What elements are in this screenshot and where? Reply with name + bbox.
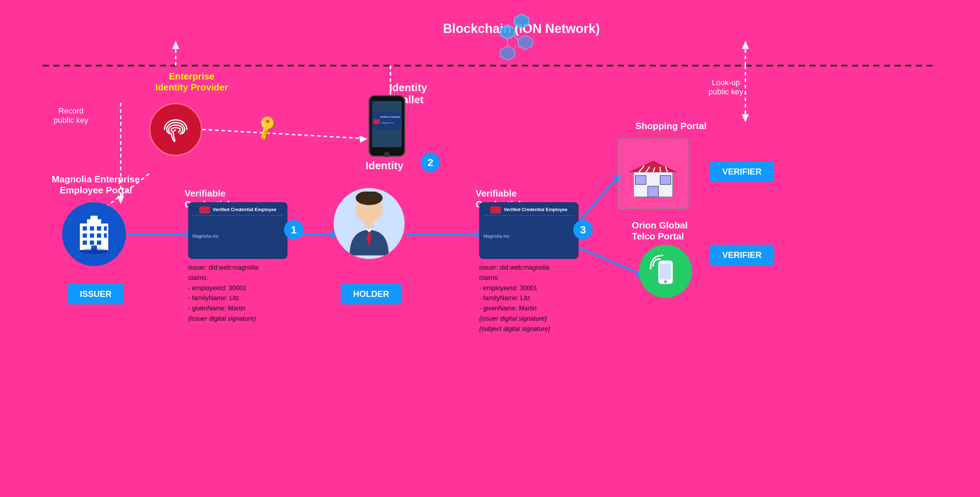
- person-icon: [342, 192, 396, 256]
- verifier-button-bottom[interactable]: VERIFIER: [710, 245, 774, 265]
- svg-rect-35: [97, 226, 101, 230]
- vc-logo-right: [490, 206, 501, 214]
- phone-signal-icon: [648, 254, 683, 289]
- svg-marker-27: [518, 35, 532, 50]
- vc-givenname-left: - givenName: Martin: [188, 303, 258, 314]
- shopping-portal-box: [617, 138, 689, 209]
- svg-rect-43: [97, 241, 101, 245]
- svg-rect-36: [104, 226, 107, 230]
- magnolia-label: Magnolia Enterprise Employee Portal: [50, 174, 142, 196]
- svg-rect-39: [97, 233, 101, 238]
- identity-label: Identity: [366, 160, 404, 172]
- vc-employeeid-right: - employeeId: 30001: [479, 283, 550, 294]
- diagram-container: Blockchain (ION Network) Record publi: [0, 0, 980, 497]
- vc-card-right-header: Verified Credential Employee: [484, 206, 574, 216]
- vc-details-right: issuer: did:web:magnolia claims: - emplo…: [479, 262, 550, 334]
- svg-rect-46: [91, 216, 98, 220]
- badge-2: 2: [421, 152, 440, 172]
- issuer-button[interactable]: ISSUER: [67, 284, 124, 304]
- svg-rect-45: [87, 219, 101, 224]
- vc-employeeid-left: - employeeId: 30001: [188, 283, 258, 294]
- shopping-portal-label: Shopping Portal: [635, 121, 707, 132]
- svg-rect-70: [660, 264, 671, 279]
- blockchain-icon: [479, 7, 536, 65]
- svg-rect-37: [83, 233, 87, 238]
- svg-rect-34: [90, 226, 94, 230]
- svg-marker-6: [742, 41, 749, 49]
- vc-signature-left: {issuer digital signature}: [188, 314, 258, 324]
- svg-text:Magnolia Inc: Magnolia Inc: [382, 122, 394, 124]
- svg-rect-40: [104, 233, 107, 238]
- orion-label: Orion Global Telco Portal: [632, 220, 710, 242]
- svg-line-23: [580, 248, 639, 273]
- svg-rect-68: [660, 176, 671, 184]
- badge-1: 1: [284, 220, 304, 240]
- svg-rect-41: [83, 241, 87, 245]
- fingerprint-icon: [160, 114, 192, 145]
- enterprise-idp-label: Enterprise Identity Provider: [153, 71, 231, 93]
- svg-point-71: [664, 280, 667, 283]
- svg-text:Verified Credential: Verified Credential: [380, 116, 400, 118]
- lookup-public-key-label: Look-up public key: [699, 78, 752, 97]
- vc-issuer-sig-right: {issuer digital signature}: [479, 314, 550, 324]
- svg-rect-42: [90, 241, 94, 245]
- svg-marker-28: [501, 46, 515, 60]
- holder-circle: [334, 188, 405, 259]
- vc-card-right: Verified Credential Employee Magnolia In…: [479, 202, 579, 259]
- magnolia-circle: [62, 202, 126, 266]
- record-public-key-label: Record public key: [46, 106, 96, 125]
- vc-card-left: Verified Credential Employee Magnolia In…: [188, 202, 288, 259]
- vc-issuer-right: issuer: did:web:magnolia: [479, 262, 550, 273]
- svg-rect-67: [635, 176, 646, 184]
- vc-familyname-right: - familyName: Litz: [479, 293, 550, 303]
- svg-line-30: [515, 35, 518, 41]
- holder-button[interactable]: HOLDER: [341, 284, 401, 304]
- svg-rect-57: [365, 221, 374, 228]
- vc-card-right-issuer: Magnolia Inc: [484, 233, 574, 239]
- badge-3: 3: [573, 220, 593, 240]
- svg-marker-8: [742, 114, 749, 122]
- store-icon: [627, 147, 680, 200]
- enterprise-idp-circle: [149, 103, 202, 156]
- svg-rect-33: [83, 226, 87, 230]
- vc-card-left-header: Verified Credential Employee: [192, 206, 283, 216]
- vc-givenname-right: - givenName: Martin: [479, 303, 550, 314]
- vc-logo-left: [199, 206, 210, 214]
- svg-marker-10: [117, 196, 124, 204]
- svg-point-47: [80, 248, 108, 254]
- vc-card-left-issuer: Magnolia Inc: [192, 233, 283, 239]
- orion-circle: [639, 245, 692, 298]
- svg-marker-2: [172, 41, 179, 49]
- svg-rect-66: [648, 186, 659, 197]
- svg-point-54: [384, 151, 390, 157]
- verifier-button-top[interactable]: VERIFIER: [710, 161, 774, 182]
- vc-claims-left: claims:: [188, 273, 258, 283]
- vc-details-left: issuer: did:web:magnolia claims: - emplo…: [188, 262, 258, 324]
- svg-marker-26: [515, 14, 529, 29]
- vc-issuer-left: issuer: did:web:magnolia: [188, 262, 258, 273]
- svg-line-21: [580, 177, 617, 220]
- building-icon: [73, 213, 115, 256]
- vc-subject-sig-right: {subject digital signature}: [479, 324, 550, 334]
- vc-claims-right: claims:: [479, 273, 550, 283]
- vc-familyname-left: - familyName: Litz: [188, 293, 258, 303]
- svg-rect-38: [90, 233, 94, 238]
- key-icon: 🔑: [252, 113, 282, 141]
- svg-marker-25: [501, 25, 515, 39]
- svg-line-13: [202, 130, 362, 138]
- svg-rect-52: [374, 119, 380, 124]
